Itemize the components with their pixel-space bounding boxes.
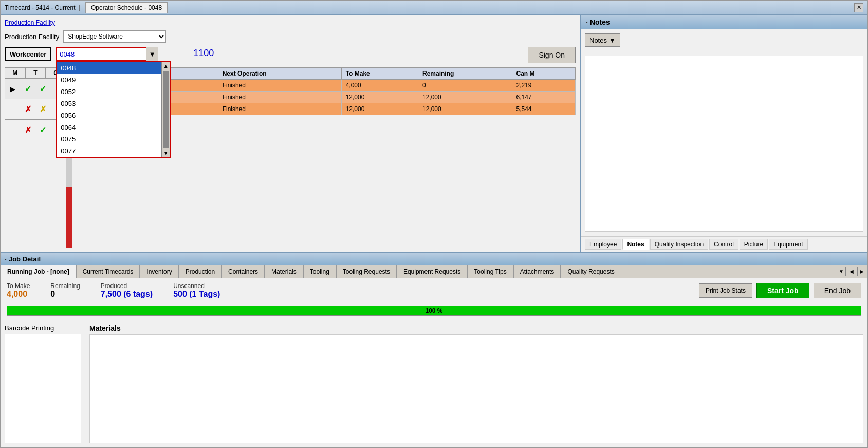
col-m: M [5, 68, 26, 78]
mini-row-3-m: ✗ [21, 125, 36, 135]
stat-to-make: To Make 4,000 [7, 282, 30, 299]
mini-row-1-arrow: ▶ [5, 85, 21, 93]
sign-on-button[interactable]: Sign On [528, 47, 576, 63]
mini-row-1-m: ✓ [21, 84, 36, 94]
barcode-label: Barcode Printing [5, 324, 81, 332]
workcenter-option-0056[interactable]: 0056 [57, 110, 170, 121]
workcenter-dropdown-list: 0048 0049 0052 0053 0056 0064 0075 0077 … [56, 61, 171, 158]
produced-value: 7,500 (6 tags) [101, 290, 153, 299]
workcenter-option-0075[interactable]: 0075 [57, 133, 170, 145]
materials-title: Materials [89, 324, 863, 332]
mini-row-2-t: ✗ [35, 104, 51, 114]
unscanned-value: 500 (1 Tags) [173, 290, 220, 299]
workcenter-option-0048[interactable]: 0048 [57, 62, 170, 74]
job-tabs-row: Running Job - [none] Current Timecards I… [1, 265, 867, 278]
start-job-button[interactable]: Start Job [756, 283, 809, 298]
notes-dropdown-arrow-icon: ▼ [609, 37, 616, 44]
cell-remaining: 0 [418, 80, 512, 92]
notes-icon: ▪ [586, 19, 588, 25]
left-panel: Production Facility Production Facility … [1, 15, 580, 252]
notes-panel: ▪ Notes Notes ▼ Employee Notes Quality I… [580, 15, 867, 252]
notes-header: ▪ Notes [581, 15, 867, 29]
workcenter-option-0049[interactable]: 0049 [57, 74, 170, 86]
tab-arrow-down[interactable]: ▼ [837, 267, 846, 276]
workcenter-option-0053[interactable]: 0053 [57, 98, 170, 110]
mini-row-3-t: ✓ [35, 125, 51, 135]
notes-tab-equipment[interactable]: Equipment [769, 239, 807, 250]
job-tab-quality-requests[interactable]: Quality Requests [561, 265, 621, 278]
materials-panel: Materials [85, 320, 867, 447]
notes-tab-picture[interactable]: Picture [740, 239, 768, 250]
workcenter-input[interactable]: 0048 [56, 47, 158, 61]
cell-next-op: Finished [218, 103, 341, 115]
main-window: Timecard - 5414 - Current | Operator Sch… [0, 0, 868, 448]
mini-row-1-t: ✓ [35, 84, 51, 94]
notes-title: Notes [590, 18, 610, 26]
unscanned-label: Unscanned [173, 282, 220, 290]
cell-can-m: 2,219 [512, 80, 576, 92]
notes-tabs: Employee Notes Quality Inspection Contro… [581, 236, 867, 252]
title-bar: Timecard - 5414 - Current | Operator Sch… [1, 1, 867, 15]
cell-to-make: 12,000 [341, 92, 418, 103]
workcenter-label: Workcenter [5, 47, 51, 61]
notes-tab-control[interactable]: Control [709, 239, 738, 250]
notes-dropdown-button[interactable]: Notes ▼ [585, 33, 620, 47]
cell-next-op: Finished [218, 92, 341, 103]
tab-title: Operator Schedule - 0048 [85, 2, 168, 13]
remaining-label: Remaining [50, 282, 80, 290]
tab-arrow-right[interactable]: ▶ [857, 267, 866, 276]
scroll-down[interactable]: ▼ [162, 149, 170, 157]
job-tab-production[interactable]: Production [179, 265, 221, 278]
end-job-button[interactable]: End Job [814, 283, 861, 298]
production-facility-link[interactable]: Production Facility [5, 19, 55, 26]
scroll-up[interactable]: ▲ [162, 62, 170, 70]
progress-text: 100 % [7, 306, 861, 315]
job-tab-running-job[interactable]: Running Job - [none] [1, 265, 76, 278]
tab-arrow-left[interactable]: ◀ [847, 267, 856, 276]
notes-content-area [585, 56, 863, 232]
scroll-thumb [163, 71, 169, 148]
to-make-label: To Make [7, 282, 30, 290]
notes-tab-quality-inspection[interactable]: Quality Inspection [650, 239, 708, 250]
materials-content-area [89, 334, 863, 443]
job-tab-containers[interactable]: Containers [221, 265, 265, 278]
job-detail-panel: ▪ Job Detail Running Job - [none] Curren… [1, 252, 867, 447]
job-tab-equipment-requests[interactable]: Equipment Requests [397, 265, 467, 278]
cell-remaining: 12,000 [418, 103, 512, 115]
job-tab-tooling-requests[interactable]: Tooling Requests [336, 265, 397, 278]
facility-select-row: Production Facility ShopEdge Software [5, 30, 576, 43]
job-detail-title: Job Detail [9, 255, 41, 263]
facility-select[interactable]: ShopEdge Software [63, 30, 166, 43]
notes-tab-employee[interactable]: Employee [585, 239, 621, 250]
workcenter-dropdown-arrow[interactable]: ▼ [146, 47, 158, 61]
col-to-make: To Make [341, 68, 418, 80]
stat-unscanned: Unscanned 500 (1 Tags) [173, 282, 220, 299]
workcenter-scrollbar: ▲ ▼ [161, 62, 170, 157]
col-next-operation: Next Operation [218, 68, 341, 80]
col-remaining: Remaining [418, 68, 512, 80]
workcenter-row: Workcenter 0048 ▼ 0048 0049 0052 0053 00… [5, 47, 576, 63]
facility-row: Production Facility [5, 19, 576, 26]
workcenter-option-0052[interactable]: 0052 [57, 86, 170, 98]
job-tab-materials[interactable]: Materials [265, 265, 303, 278]
notes-toolbar: Notes ▼ [581, 29, 867, 51]
notes-tab-notes[interactable]: Notes [622, 239, 649, 250]
progress-bar: 100 % [7, 306, 861, 316]
close-button[interactable]: ✕ [854, 3, 863, 12]
job-tab-inventory[interactable]: Inventory [140, 265, 178, 278]
tab-navigation-arrows: ▼ ◀ ▶ [836, 266, 867, 277]
title-bar-text: Timecard - 5414 - Current [5, 4, 76, 11]
job-tab-tooling[interactable]: Tooling [303, 265, 336, 278]
cell-to-make: 12,000 [341, 103, 418, 115]
print-job-stats-button[interactable]: Print Job Stats [699, 283, 752, 298]
barcode-panel: Barcode Printing [1, 320, 85, 447]
mini-row-2-m: ✗ [21, 104, 36, 114]
job-tab-tooling-tips[interactable]: Tooling Tips [467, 265, 513, 278]
progress-row: 100 % [1, 303, 867, 320]
workcenter-option-0077[interactable]: 0077 [57, 145, 170, 157]
cell-to-make: 4,000 [341, 80, 418, 92]
facility-label: Production Facility [5, 33, 59, 41]
workcenter-option-0064[interactable]: 0064 [57, 121, 170, 133]
job-tab-attachments[interactable]: Attachments [513, 265, 561, 278]
job-tab-current-timecards[interactable]: Current Timecards [76, 265, 140, 278]
